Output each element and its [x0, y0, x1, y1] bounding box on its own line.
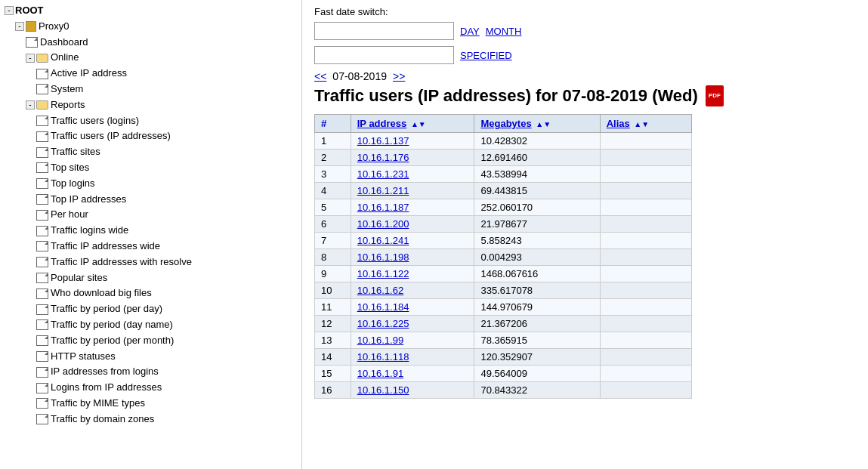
table-row: 1110.16.1.184144.970679	[315, 299, 692, 316]
col-header-alias[interactable]: Alias ▲▼	[600, 115, 691, 133]
traffic-mime-link[interactable]: Traffic by MIME types	[51, 396, 145, 412]
proxy0-link[interactable]: Proxy0	[39, 19, 69, 35]
ip-link[interactable]: 10.16.1.187	[357, 202, 409, 213]
reports-toggle[interactable]: -	[26, 100, 35, 110]
ip-link[interactable]: 10.16.1.241	[357, 235, 409, 246]
active-ip-link[interactable]: Active IP address	[51, 66, 127, 82]
prev-arrow[interactable]: <<	[314, 70, 326, 82]
ip-link[interactable]: 10.16.1.91	[357, 368, 403, 379]
cell-num: 1	[315, 133, 351, 150]
col-alias-sort-link[interactable]: Alias	[607, 118, 630, 129]
ip-link[interactable]: 10.16.1.99	[357, 335, 403, 346]
dashboard-link[interactable]: Dashboard	[40, 35, 88, 51]
traffic-ip-resolve-link[interactable]: Traffic IP addresses with resolve	[51, 255, 192, 270]
popular-sites-icon	[36, 273, 48, 283]
tree-traffic-ip-wide: Traffic IP addresses wide	[0, 239, 301, 255]
col-header-ip[interactable]: IP address ▲▼	[351, 115, 474, 133]
cell-num: 13	[315, 332, 351, 349]
traffic-ip-link[interactable]: Traffic users (IP addresses)	[51, 128, 171, 144]
cell-alias	[600, 199, 691, 216]
cell-mb: 252.060170	[474, 199, 600, 216]
traffic-sites-icon	[36, 147, 48, 158]
traffic-ip-wide-link[interactable]: Traffic IP addresses wide	[51, 239, 160, 255]
day-button[interactable]: DAY	[460, 26, 480, 37]
cell-mb: 12.691460	[474, 150, 600, 166]
cell-alias	[600, 349, 691, 366]
system-link[interactable]: System	[51, 82, 83, 97]
col-mb-sort-link[interactable]: Megabytes	[480, 118, 531, 129]
cell-num: 14	[315, 349, 351, 366]
page-title: Traffic users (IP addresses) for 07-08-2…	[314, 85, 856, 106]
http-statuses-link[interactable]: HTTP statuses	[51, 349, 116, 365]
traffic-period-dayname-link[interactable]: Traffic by period (day name)	[51, 317, 173, 333]
ip-link[interactable]: 10.16.1.231	[357, 168, 409, 180]
ip-link[interactable]: 10.16.1.200	[357, 218, 409, 230]
col-header-mb[interactable]: Megabytes ▲▼	[474, 115, 600, 133]
reports-link[interactable]: Reports	[51, 97, 85, 113]
ip-link[interactable]: 10.16.1.211	[357, 185, 409, 196]
cell-mb: 335.617078	[474, 282, 600, 299]
page-title-text: Traffic users (IP addresses) for 07-08-2…	[314, 86, 698, 106]
cell-mb: 10.428302	[474, 133, 600, 150]
date-input-2[interactable]	[314, 46, 454, 64]
traffic-domain-zones-link[interactable]: Traffic by domain zones	[51, 412, 154, 427]
col-ip-sort-link[interactable]: IP address	[357, 118, 407, 129]
traffic-logins-link[interactable]: Traffic users (logins)	[51, 113, 139, 129]
cell-mb: 0.004293	[474, 249, 600, 266]
fast-date-label: Fast date switch:	[314, 6, 856, 17]
top-sites-link[interactable]: Top sites	[51, 160, 89, 176]
cell-num: 6	[315, 216, 351, 233]
cell-num: 12	[315, 316, 351, 332]
top-logins-link[interactable]: Top logins	[51, 176, 95, 192]
pdf-icon[interactable]: PDF	[706, 85, 724, 106]
ip-link[interactable]: 10.16.1.225	[357, 318, 409, 329]
cell-ip: 10.16.1.225	[351, 316, 474, 332]
table-row: 510.16.1.187252.060170	[315, 199, 692, 216]
traffic-logins-wide-link[interactable]: Traffic logins wide	[51, 223, 128, 239]
tree-traffic-period-day: Traffic by period (per day)	[0, 301, 301, 317]
col-header-num[interactable]: #	[315, 115, 351, 133]
ip-link[interactable]: 10.16.1.62	[357, 285, 403, 296]
ip-link[interactable]: 10.16.1.122	[357, 268, 409, 279]
tree-http-statuses: HTTP statuses	[0, 349, 301, 365]
alias-sort-arrow: ▲▼	[634, 120, 649, 128]
tree-dashboard: Dashboard	[0, 35, 301, 51]
date-input-1[interactable]	[314, 22, 454, 40]
online-link[interactable]: Online	[51, 50, 79, 66]
table-row: 310.16.1.23143.538994	[315, 166, 692, 183]
top-sites-icon	[36, 162, 48, 173]
traffic-period-day-link[interactable]: Traffic by period (per day)	[51, 301, 162, 317]
cell-num: 15	[315, 366, 351, 382]
popular-sites-link[interactable]: Popular sites	[51, 270, 107, 286]
ip-link[interactable]: 10.16.1.198	[357, 251, 409, 263]
proxy0-toggle[interactable]: -	[15, 22, 24, 31]
ip-from-logins-link[interactable]: IP addresses from logins	[51, 364, 159, 380]
logins-from-ip-link[interactable]: Logins from IP addresses	[51, 380, 162, 396]
cell-ip: 10.16.1.187	[351, 199, 474, 216]
cell-ip: 10.16.1.200	[351, 216, 474, 233]
specified-button[interactable]: SPECIFIED	[460, 50, 512, 61]
traffic-sites-link[interactable]: Traffic sites	[51, 144, 100, 160]
ip-link[interactable]: 10.16.1.176	[357, 152, 409, 163]
download-big-files-link[interactable]: Who download big files	[51, 285, 152, 301]
next-arrow[interactable]: >>	[393, 70, 405, 82]
ip-link[interactable]: 10.16.1.137	[357, 135, 409, 147]
http-statuses-icon	[36, 351, 48, 362]
ip-link[interactable]: 10.16.1.184	[357, 301, 409, 313]
per-hour-link[interactable]: Per hour	[51, 207, 88, 223]
cell-ip: 10.16.1.211	[351, 183, 474, 199]
cell-mb: 5.858243	[474, 233, 600, 249]
month-button[interactable]: MONTH	[486, 26, 522, 37]
traffic-period-day-icon	[36, 304, 48, 315]
online-toggle[interactable]: -	[26, 54, 35, 63]
top-ip-link[interactable]: Top IP addresses	[51, 192, 126, 208]
root-label[interactable]: ROOT	[15, 3, 44, 19]
per-hour-icon	[36, 210, 48, 221]
ip-link[interactable]: 10.16.1.150	[357, 384, 409, 396]
traffic-period-dayname-icon	[36, 319, 48, 330]
traffic-period-month-link[interactable]: Traffic by period (per month)	[51, 333, 174, 349]
root-toggle[interactable]: -	[5, 6, 14, 15]
tree-active-ip: Active IP address	[0, 66, 301, 82]
cell-mb: 144.970679	[474, 299, 600, 316]
ip-link[interactable]: 10.16.1.118	[357, 351, 409, 363]
